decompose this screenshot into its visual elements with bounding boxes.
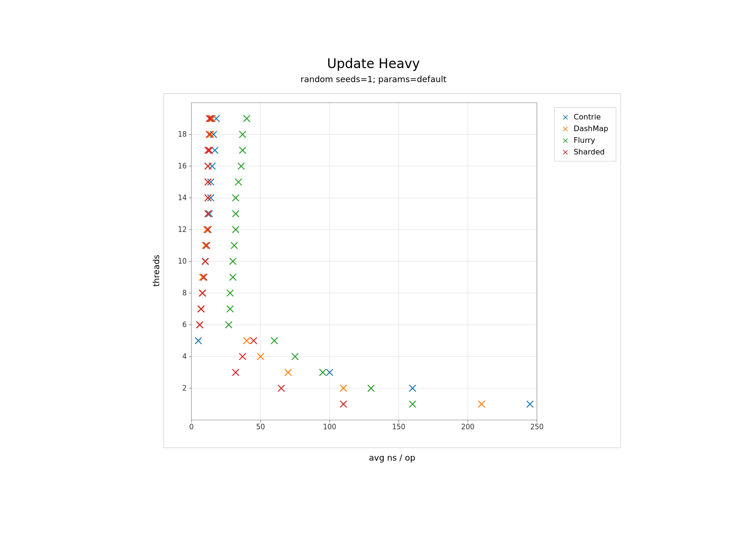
legend-marker: × — [562, 136, 569, 145]
svg-text:4: 4 — [182, 352, 187, 361]
svg-text:50: 50 — [256, 423, 265, 431]
svg-text:16: 16 — [178, 162, 187, 170]
legend-item: ×Flurry — [562, 136, 608, 145]
svg-text:2: 2 — [182, 384, 187, 392]
svg-text:250: 250 — [530, 423, 544, 431]
y-axis-label: threads — [151, 255, 161, 287]
plot-svg: 24681012141618050100150200250 — [163, 93, 621, 448]
legend-item: ×Contrie — [562, 112, 608, 121]
legend-item: ×DashMap — [562, 124, 608, 133]
svg-text:150: 150 — [392, 423, 406, 431]
legend-label: Flurry — [574, 136, 595, 145]
svg-text:18: 18 — [178, 130, 187, 139]
chart-subtitle: random seeds=1; params=default — [93, 74, 654, 84]
svg-text:6: 6 — [182, 321, 187, 329]
legend-box: ×Contrie×DashMap×Flurry×Sharded — [554, 107, 616, 161]
svg-text:0: 0 — [189, 423, 194, 431]
legend-label: DashMap — [574, 124, 608, 133]
chart-container: Update Heavy random seeds=1; params=defa… — [93, 47, 654, 513]
legend-marker: × — [562, 148, 569, 156]
svg-text:200: 200 — [461, 423, 475, 431]
svg-text:100: 100 — [323, 423, 337, 431]
plot-wrapper: 24681012141618050100150200250 ×Contrie×D… — [163, 93, 621, 448]
svg-text:10: 10 — [178, 257, 187, 266]
legend-label: Contrie — [574, 112, 601, 121]
legend-label: Sharded — [574, 147, 605, 156]
legend-item: ×Sharded — [562, 147, 608, 156]
svg-text:14: 14 — [178, 194, 187, 202]
chart-area: 24681012141618050100150200250 ×Contrie×D… — [131, 93, 635, 462]
x-axis-label: avg ns / op — [163, 453, 621, 462]
svg-text:8: 8 — [182, 289, 187, 297]
svg-text:12: 12 — [178, 225, 187, 234]
legend-marker: × — [562, 113, 569, 121]
chart-title: Update Heavy — [93, 47, 654, 71]
legend-marker: × — [562, 125, 569, 133]
